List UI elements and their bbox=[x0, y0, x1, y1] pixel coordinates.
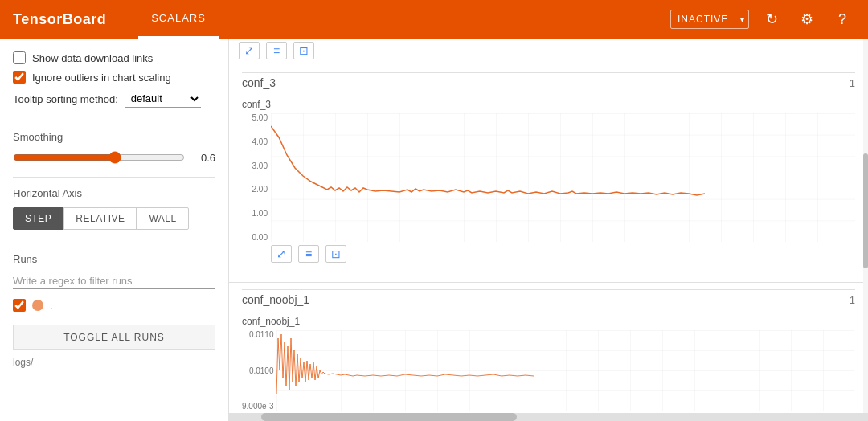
y-label-noobj: 9.000e-3 bbox=[242, 402, 273, 411]
refresh-button[interactable]: ↻ bbox=[759, 6, 784, 32]
chart-header-conf3: conf_3 1 bbox=[242, 72, 855, 92]
run-label: . bbox=[50, 300, 53, 312]
chart-y-labels-conf3: 5.00 4.00 3.00 2.00 1.00 0.00 bbox=[242, 113, 271, 242]
horizontal-axis-label: Horizontal Axis bbox=[13, 187, 215, 199]
nav-scalars[interactable]: SCALARS bbox=[138, 0, 219, 39]
app-logo: TensorBoard bbox=[13, 11, 106, 28]
expand-icon-button-2[interactable]: ⤢ bbox=[271, 245, 292, 263]
fit-icon-button-2[interactable]: ⊡ bbox=[326, 245, 346, 263]
chart-svg-conf3 bbox=[271, 113, 855, 242]
chart-title-conf3: conf_3 bbox=[242, 99, 855, 110]
runs-filter-input[interactable] bbox=[13, 273, 215, 289]
fit-icon-button[interactable]: ⊡ bbox=[293, 42, 314, 59]
settings-button[interactable]: ⚙ bbox=[794, 6, 820, 32]
expand-icon-button[interactable]: ⤢ bbox=[239, 42, 260, 59]
chart-section-count-noobj: 1 bbox=[850, 294, 855, 306]
expand-icon-2: ⤢ bbox=[276, 247, 286, 260]
divider-1 bbox=[13, 121, 215, 121]
smoothing-slider-row: 0.6 bbox=[13, 151, 215, 164]
ignore-outliers-label: Ignore outliers in chart scaling bbox=[32, 72, 171, 84]
help-button[interactable]: ? bbox=[829, 6, 855, 32]
chart-wrapper-noobj: 0.0110 0.0100 9.000e-3 bbox=[242, 330, 855, 411]
topbar: TensorBoard SCALARS INACTIVE ▾ ↻ ⚙ ? bbox=[0, 0, 868, 39]
toggle-all-runs-button[interactable]: TOGGLE ALL RUNS bbox=[13, 325, 215, 350]
smoothing-slider[interactable] bbox=[13, 151, 185, 164]
run-item: . bbox=[13, 299, 215, 312]
topbar-right: INACTIVE ▾ ↻ ⚙ ? bbox=[670, 6, 855, 32]
chart-section-title-conf3: conf_3 bbox=[242, 76, 276, 89]
y-label: 2.00 bbox=[252, 185, 268, 194]
svg-rect-0 bbox=[271, 113, 855, 242]
run-color-indicator bbox=[32, 300, 43, 311]
smoothing-section: Smoothing 0.6 bbox=[13, 131, 215, 164]
chart-title-noobj: conf_noobj_1 bbox=[242, 316, 855, 327]
horizontal-scrollbar-thumb[interactable] bbox=[261, 413, 517, 421]
axis-step-button[interactable]: STEP bbox=[13, 207, 63, 230]
smoothing-value: 0.6 bbox=[193, 152, 215, 164]
chart-toolbar-conf3: ⤢ ≡ ⊡ bbox=[242, 242, 855, 269]
help-icon: ? bbox=[838, 11, 846, 28]
y-label: 1.00 bbox=[252, 209, 268, 218]
horizontal-scrollbar[interactable] bbox=[229, 413, 868, 421]
expand-icon: ⤢ bbox=[244, 44, 254, 57]
legend-icon-button[interactable]: ≡ bbox=[266, 42, 287, 59]
axis-relative-button[interactable]: RELATIVE bbox=[63, 207, 137, 230]
display-options: Show data download links Ignore outliers… bbox=[13, 51, 215, 108]
refresh-icon: ↻ bbox=[766, 10, 778, 28]
legend-icon-button-2[interactable]: ≡ bbox=[298, 245, 319, 263]
show-data-links-label: Show data download links bbox=[32, 52, 153, 64]
runs-label: Runs bbox=[13, 253, 215, 265]
legend-icon-2: ≡ bbox=[305, 247, 312, 260]
tooltip-sort-select[interactable]: default ascending descending nearest bbox=[125, 90, 201, 108]
chart-section-title-noobj: conf_noobj_1 bbox=[242, 293, 309, 306]
chart-section-count-conf3: 1 bbox=[850, 77, 855, 89]
y-label: 0.00 bbox=[252, 233, 268, 242]
run-checkbox[interactable] bbox=[13, 299, 26, 312]
vertical-scrollbar[interactable] bbox=[863, 39, 868, 421]
svg-rect-1 bbox=[276, 330, 855, 411]
smoothing-label: Smoothing bbox=[13, 131, 215, 143]
chart-section-conf3: conf_3 1 conf_3 5.00 4.00 3.00 2.00 1.00… bbox=[229, 66, 868, 283]
chart-section-conf-noobj1: conf_noobj_1 1 conf_noobj_1 0.0110 0.010… bbox=[229, 283, 868, 421]
chart-wrapper-conf3: 5.00 4.00 3.00 2.00 1.00 0.00 bbox=[242, 113, 855, 242]
axis-buttons: STEP RELATIVE WALL bbox=[13, 207, 215, 230]
chart-toolbar-top: ⤢ ≡ ⊡ bbox=[229, 39, 868, 66]
ignore-outliers-checkbox[interactable] bbox=[13, 71, 26, 84]
y-label: 4.00 bbox=[252, 137, 268, 146]
tooltip-sorting-label: Tooltip sorting method: bbox=[13, 93, 118, 105]
chart-area-noobj[interactable] bbox=[276, 330, 855, 411]
show-data-links-checkbox[interactable] bbox=[13, 51, 26, 64]
y-label-noobj: 0.0100 bbox=[249, 366, 274, 375]
inactive-wrapper: INACTIVE ▾ bbox=[670, 10, 749, 29]
axis-wall-button[interactable]: WALL bbox=[137, 207, 188, 230]
chart-area-conf3[interactable] bbox=[271, 113, 855, 242]
gear-icon: ⚙ bbox=[800, 10, 813, 28]
tooltip-row: Tooltip sorting method: default ascendin… bbox=[13, 90, 215, 108]
divider-2 bbox=[13, 177, 215, 178]
logs-path: logs/ bbox=[13, 357, 215, 368]
y-label-noobj: 0.0110 bbox=[249, 330, 274, 339]
y-label: 3.00 bbox=[252, 161, 268, 170]
fit-icon: ⊡ bbox=[299, 44, 309, 57]
legend-icon: ≡ bbox=[273, 44, 280, 57]
horizontal-axis-section: Horizontal Axis STEP RELATIVE WALL bbox=[13, 187, 215, 230]
fit-icon-2: ⊡ bbox=[331, 247, 341, 260]
divider-3 bbox=[13, 243, 215, 243]
chart-header-conf-noobj1: conf_noobj_1 1 bbox=[242, 289, 855, 309]
sidebar: Show data download links Ignore outliers… bbox=[0, 39, 229, 421]
topbar-nav: SCALARS bbox=[138, 0, 219, 39]
layout: Show data download links Ignore outliers… bbox=[0, 39, 868, 421]
inactive-select[interactable]: INACTIVE bbox=[670, 10, 749, 29]
ignore-outliers-row[interactable]: Ignore outliers in chart scaling bbox=[13, 71, 215, 84]
main-content: ⤢ ≡ ⊡ conf_3 1 conf_3 5.00 4.00 3.00 2.0… bbox=[229, 39, 868, 421]
chart-svg-noobj bbox=[276, 330, 855, 411]
y-label: 5.00 bbox=[252, 113, 268, 122]
runs-section: Runs . bbox=[13, 253, 215, 312]
show-data-links-row[interactable]: Show data download links bbox=[13, 51, 215, 64]
vertical-scrollbar-thumb[interactable] bbox=[863, 153, 868, 268]
chart-y-labels-noobj: 0.0110 0.0100 9.000e-3 bbox=[242, 330, 276, 411]
